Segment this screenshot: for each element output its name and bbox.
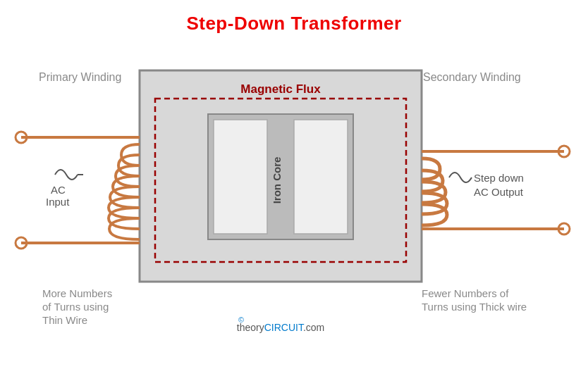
coil-s1 bbox=[422, 158, 440, 180]
primary-top-terminal bbox=[16, 132, 27, 143]
primary-bottom-terminal bbox=[16, 237, 27, 249]
transformer-box bbox=[140, 70, 422, 282]
flux-label: Magnetic Flux bbox=[240, 82, 321, 96]
coil-p3 bbox=[116, 165, 140, 187]
ac-input-label: AC bbox=[51, 184, 66, 196]
theory-circuit-label: theoryCIRCUIT.com bbox=[237, 322, 325, 333]
iron-core-outer bbox=[208, 114, 353, 239]
thin-wire-label: Thin Wire bbox=[42, 314, 87, 326]
ac-sine-wave bbox=[55, 170, 78, 180]
output-sine-wave bbox=[449, 173, 472, 182]
iron-core-left-panel bbox=[214, 120, 267, 234]
more-numbers-label2: of Turns using bbox=[42, 301, 109, 313]
secondary-winding-label: Secondary Winding bbox=[423, 71, 521, 83]
coil-p4 bbox=[113, 176, 140, 197]
coil-s3 bbox=[422, 182, 446, 203]
more-numbers-label: More Numbers bbox=[42, 287, 112, 299]
flux-box bbox=[155, 99, 406, 262]
coil-s2 bbox=[422, 170, 443, 192]
ac-output-label: AC Output bbox=[474, 186, 524, 198]
iron-core-label: Iron Core bbox=[271, 157, 283, 204]
coil-p8 bbox=[109, 218, 140, 239]
secondary-bottom-terminal bbox=[558, 223, 570, 234]
coil-p5 bbox=[110, 187, 140, 208]
copyright-symbol: © bbox=[238, 315, 244, 324]
coil-s4 bbox=[422, 193, 447, 214]
fewer-numbers-label: Fewer Numbers of bbox=[422, 287, 509, 299]
iron-core-right-panel bbox=[294, 120, 348, 234]
primary-winding-label: Primary Winding bbox=[39, 71, 121, 83]
fewer-numbers-label2: Turns using Thick wire bbox=[422, 301, 527, 313]
coil-p6 bbox=[109, 197, 140, 218]
coil-p7 bbox=[109, 208, 140, 229]
coil-p1 bbox=[121, 144, 140, 165]
ac-input-sublabel: Input bbox=[46, 196, 70, 208]
step-down-label: Step down bbox=[474, 172, 524, 184]
page-title: Step-Down Transformer bbox=[0, 0, 588, 35]
secondary-top-terminal bbox=[558, 146, 570, 157]
coil-s5 bbox=[422, 204, 447, 225]
coil-p2 bbox=[118, 155, 140, 176]
